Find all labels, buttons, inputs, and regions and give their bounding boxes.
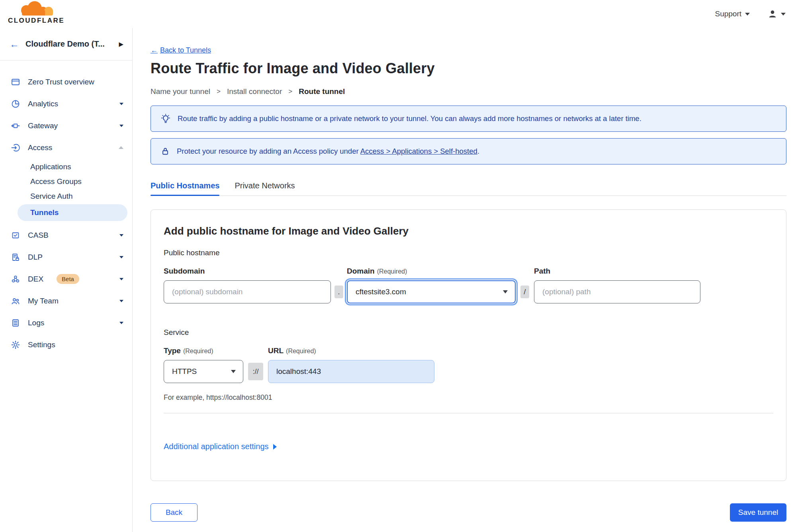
domain-select[interactable]: cftestsite3.com [347, 280, 516, 303]
top-bar: CLOUDFLARE Support [0, 0, 796, 28]
chevron-right-icon[interactable]: ▶ [119, 41, 123, 48]
back-button[interactable]: Back [151, 503, 198, 522]
sidebar-item-label: Gateway [28, 121, 58, 130]
sidebar-item-dlp[interactable]: DLP [0, 246, 132, 268]
service-type-value: HTTPS [172, 367, 197, 376]
brand-wordmark: CLOUDFLARE [8, 17, 65, 25]
required-hint: (Required) [183, 348, 213, 354]
service-url-input[interactable] [268, 360, 434, 383]
breadcrumb-separator: > [217, 88, 221, 96]
step-install-connector[interactable]: Install connector [227, 87, 282, 96]
sidebar-item-settings[interactable]: Settings [0, 334, 132, 356]
gateway-icon [10, 121, 20, 131]
sidebar-item-label: Tunnels [30, 208, 59, 217]
support-menu[interactable]: Support [715, 10, 750, 18]
sidebar-item-casb[interactable]: CASB [0, 224, 132, 246]
team-icon [10, 296, 20, 306]
access-icon [10, 143, 20, 153]
sidebar-item-label: Access Groups [30, 177, 82, 186]
required-hint: (Required) [377, 268, 407, 275]
sidebar-item-label: Access [28, 143, 52, 152]
user-icon [767, 9, 778, 19]
service-label: Service [164, 328, 773, 337]
card-divider [164, 413, 773, 413]
chevron-down-icon [745, 13, 750, 16]
sidebar-item-analytics[interactable]: Analytics [0, 93, 132, 115]
sidebar-item-logs[interactable]: Logs [0, 312, 132, 334]
sidebar-item-label: Analytics [28, 100, 58, 108]
chevron-down-icon [119, 278, 123, 280]
access-applications-link[interactable]: Access > Applications > Self-hosted [360, 147, 477, 155]
tip-banner: Route traffic by adding a public hostnam… [151, 106, 786, 132]
step-name-your-tunnel[interactable]: Name your tunnel [151, 87, 210, 96]
subdomain-label: Subdomain [164, 267, 331, 276]
tip-banner-text: Route traffic by adding a public hostnam… [178, 114, 641, 123]
domain-label: Domain(Required) [347, 267, 516, 276]
sidebar-item-tunnels[interactable]: Tunnels [18, 204, 127, 221]
dlp-icon [10, 252, 20, 262]
sidebar-item-zero-trust-overview[interactable]: Zero Trust overview [0, 71, 132, 93]
sidebar-item-label: Logs [28, 319, 44, 327]
subdomain-input[interactable] [164, 280, 331, 303]
sidebar-item-label: Service Auth [30, 192, 73, 201]
sidebar-item-access-groups[interactable]: Access Groups [0, 174, 132, 189]
domain-label-text: Domain [347, 267, 375, 275]
gear-icon [10, 340, 20, 350]
lightbulb-icon [160, 113, 171, 124]
chevron-down-icon [781, 13, 786, 16]
additional-settings-label: Additional application settings [164, 442, 269, 451]
user-menu[interactable] [767, 9, 786, 19]
account-name: Cloudflare Demo (T... [25, 39, 112, 49]
chevron-down-icon [231, 370, 236, 373]
sidebar-item-my-team[interactable]: My Team [0, 290, 132, 312]
sidebar-item-service-auth[interactable]: Service Auth [0, 189, 132, 203]
path-label: Path [534, 267, 700, 276]
chevron-down-icon [119, 103, 123, 105]
pie-chart-icon [10, 99, 20, 109]
path-input[interactable] [534, 280, 700, 303]
tab-bar: Public Hostnames Private Networks [151, 181, 786, 196]
sidebar-item-gateway[interactable]: Gateway [0, 115, 132, 137]
tab-public-hostnames[interactable]: Public Hostnames [151, 181, 219, 196]
back-to-tunnels-link[interactable]: ← Back to Tunnels [151, 46, 211, 55]
sidebar-item-applications[interactable]: Applications [0, 159, 132, 174]
type-label: Type(Required) [164, 346, 243, 355]
domain-select-value: cftestsite3.com [356, 288, 406, 296]
sidebar-item-label: DEX [28, 275, 43, 284]
back-arrow-icon: ← [151, 46, 158, 55]
page-title: Route Traffic for Image and Video Galler… [151, 60, 786, 77]
dot-separator: . [334, 286, 343, 298]
sidebar-item-dex[interactable]: DEX Beta [0, 268, 132, 290]
footer-actions: Back Save tunnel [151, 503, 786, 532]
sidebar-item-access[interactable]: Access [0, 137, 132, 158]
tab-private-networks[interactable]: Private Networks [235, 181, 295, 196]
account-switcher[interactable]: ← Cloudflare Demo (T... ▶ [0, 28, 132, 61]
public-hostname-label: Public hostname [164, 248, 773, 257]
chevron-down-icon [119, 300, 123, 302]
url-example-text: For example, https://localhost:8001 [164, 393, 773, 402]
sidebar: ← Cloudflare Demo (T... ▶ Zero Trust ove… [0, 28, 133, 532]
service-field-row: Type(Required) HTTPS :// URL(Required) [164, 339, 773, 383]
type-label-text: Type [164, 346, 181, 355]
sidebar-nav: Zero Trust overview Analytics Gateway [0, 61, 132, 356]
breadcrumb: Name your tunnel > Install connector > R… [151, 87, 786, 96]
required-hint: (Required) [286, 348, 316, 354]
chevron-down-icon [119, 322, 123, 324]
dex-icon [10, 274, 20, 284]
save-tunnel-button[interactable]: Save tunnel [730, 503, 786, 522]
chevron-down-icon [119, 125, 123, 127]
beta-badge: Beta [57, 274, 79, 284]
main-content: ← Back to Tunnels Route Traffic for Imag… [133, 28, 796, 532]
logs-icon [10, 318, 20, 328]
protect-banner-text: Protect your resource by adding an Acces… [177, 147, 479, 156]
url-label: URL(Required) [268, 346, 434, 355]
access-subnav: Applications Access Groups Service Auth … [0, 158, 132, 224]
chevron-right-icon [273, 444, 277, 450]
additional-settings-toggle[interactable]: Additional application settings [164, 442, 277, 451]
sidebar-item-label: Applications [30, 162, 71, 171]
cloudflare-cloud-icon [16, 4, 56, 16]
back-arrow-icon[interactable]: ← [10, 39, 19, 49]
slash-separator: / [520, 286, 529, 298]
chevron-down-icon [119, 256, 123, 258]
service-type-select[interactable]: HTTPS [164, 360, 243, 383]
